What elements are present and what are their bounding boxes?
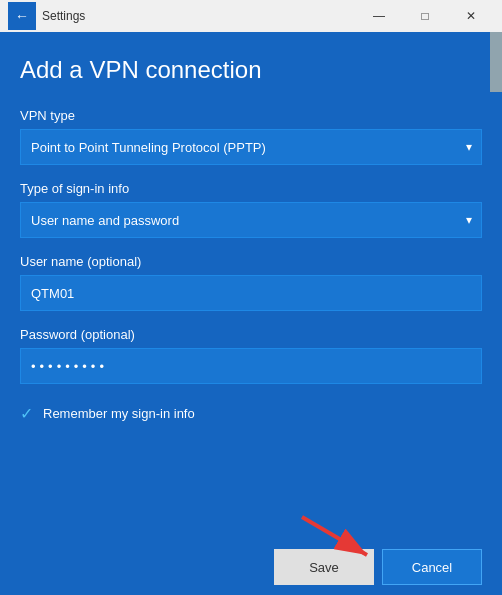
vpn-type-label: VPN type (20, 108, 482, 123)
back-button[interactable]: ← (8, 2, 36, 30)
remember-row: ✓ Remember my sign-in info (20, 404, 482, 423)
maximize-button[interactable]: □ (402, 0, 448, 32)
window-controls: — □ ✕ (356, 0, 494, 32)
remember-label: Remember my sign-in info (43, 406, 195, 421)
cancel-button[interactable]: Cancel (382, 549, 482, 585)
main-content: Add a VPN connection VPN type Point to P… (0, 32, 502, 539)
username-group: User name (optional) (20, 254, 482, 311)
signin-type-label: Type of sign-in info (20, 181, 482, 196)
window-title: Settings (42, 9, 356, 23)
vpn-type-group: VPN type Point to Point Tunneling Protoc… (20, 108, 482, 165)
username-label: User name (optional) (20, 254, 482, 269)
password-input[interactable] (20, 348, 482, 384)
window: ← Settings — □ ✕ Add a VPN connection VP… (0, 0, 502, 595)
close-button[interactable]: ✕ (448, 0, 494, 32)
vpn-type-select[interactable]: Point to Point Tunneling Protocol (PPTP) (20, 129, 482, 165)
save-button[interactable]: Save (274, 549, 374, 585)
minimize-button[interactable]: — (356, 0, 402, 32)
signin-type-select[interactable]: User name and password (20, 202, 482, 238)
page-title: Add a VPN connection (20, 56, 482, 84)
signin-type-select-wrapper: User name and password ▾ (20, 202, 482, 238)
footer: Save Cancel (0, 539, 502, 595)
password-group: Password (optional) (20, 327, 482, 384)
username-input[interactable] (20, 275, 482, 311)
password-label: Password (optional) (20, 327, 482, 342)
vpn-type-select-wrapper: Point to Point Tunneling Protocol (PPTP)… (20, 129, 482, 165)
remember-check-icon: ✓ (20, 404, 33, 423)
title-bar: ← Settings — □ ✕ (0, 0, 502, 32)
signin-type-group: Type of sign-in info User name and passw… (20, 181, 482, 238)
